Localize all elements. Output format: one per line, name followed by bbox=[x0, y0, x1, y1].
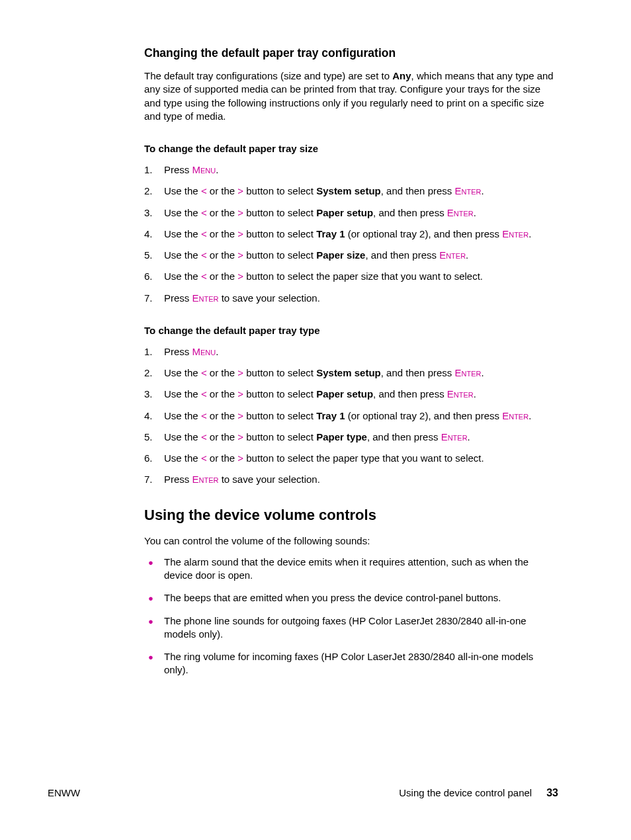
button-label: Enter bbox=[502, 410, 528, 421]
step-number: 1. bbox=[144, 345, 153, 358]
bold-term: Tray 1 bbox=[316, 410, 345, 421]
step: 3.Use the < or the > button to select Pa… bbox=[144, 388, 558, 401]
bold-term: Paper size bbox=[316, 249, 365, 261]
button-label: Enter bbox=[192, 474, 219, 485]
step-number: 5. bbox=[144, 249, 153, 262]
bold-term: System setup bbox=[316, 185, 381, 196]
bold-term: Paper setup bbox=[316, 388, 373, 399]
step-number: 6. bbox=[144, 270, 153, 283]
step: 7.Press Enter to save your selection. bbox=[144, 292, 558, 305]
step: 1.Press Menu. bbox=[144, 163, 558, 177]
less-than-icon: < bbox=[201, 388, 207, 399]
button-label: Enter bbox=[454, 367, 481, 378]
button-label: Enter bbox=[454, 185, 481, 196]
bold-term: Paper type bbox=[316, 431, 367, 442]
bold-term: Tray 1 bbox=[316, 228, 345, 239]
less-than-icon: < bbox=[201, 452, 207, 464]
bullet-item: The ring volume for incoming faxes (HP C… bbox=[144, 650, 558, 677]
step-number: 4. bbox=[144, 409, 153, 423]
step-number: 7. bbox=[144, 473, 153, 486]
footer-section: Using the device control panel bbox=[399, 787, 532, 798]
button-label: Enter bbox=[439, 249, 466, 261]
footer-page-number: 33 bbox=[546, 787, 558, 799]
less-than-icon: < bbox=[201, 431, 207, 442]
button-label: Enter bbox=[441, 431, 468, 442]
less-than-icon: < bbox=[201, 271, 207, 282]
footer-left: ENWW bbox=[48, 787, 80, 798]
step-number: 2. bbox=[144, 185, 153, 198]
greater-than-icon: > bbox=[237, 228, 243, 239]
step: 5.Use the < or the > button to select Pa… bbox=[144, 249, 558, 262]
bullet-item: The alarm sound that the device emits wh… bbox=[144, 556, 558, 583]
step: 2.Use the < or the > button to select Sy… bbox=[144, 185, 558, 198]
volume-bullets: The alarm sound that the device emits wh… bbox=[144, 556, 558, 677]
less-than-icon: < bbox=[201, 249, 207, 261]
less-than-icon: < bbox=[201, 367, 207, 378]
steps-size: 1.Press Menu.2.Use the < or the > button… bbox=[144, 163, 558, 305]
step-number: 6. bbox=[144, 452, 153, 465]
greater-than-icon: > bbox=[237, 410, 243, 421]
bold-term: System setup bbox=[316, 367, 381, 378]
volume-intro: You can control the volume of the follow… bbox=[144, 534, 558, 548]
greater-than-icon: > bbox=[237, 249, 243, 261]
step: 2.Use the < or the > button to select Sy… bbox=[144, 366, 558, 380]
button-label: Enter bbox=[192, 292, 219, 304]
text: The default tray configurations (size an… bbox=[144, 70, 392, 81]
proc-heading-size: To change the default paper tray size bbox=[144, 143, 558, 154]
step: 7.Press Enter to save your selection. bbox=[144, 473, 558, 486]
section-heading-volume: Using the device volume controls bbox=[144, 507, 558, 524]
greater-than-icon: > bbox=[237, 207, 243, 218]
text-bold: Any bbox=[392, 70, 411, 81]
greater-than-icon: > bbox=[237, 452, 243, 464]
step-number: 7. bbox=[144, 292, 153, 305]
button-label: Enter bbox=[447, 388, 474, 399]
bullet-item: The beeps that are emitted when you pres… bbox=[144, 591, 558, 605]
less-than-icon: < bbox=[201, 207, 207, 218]
less-than-icon: < bbox=[201, 228, 207, 239]
step: 1.Press Menu. bbox=[144, 345, 558, 358]
step-number: 2. bbox=[144, 366, 153, 380]
button-label: Enter bbox=[447, 207, 474, 218]
step-number: 5. bbox=[144, 431, 153, 444]
step-number: 4. bbox=[144, 228, 153, 241]
step: 5.Use the < or the > button to select Pa… bbox=[144, 431, 558, 444]
less-than-icon: < bbox=[201, 185, 207, 196]
step-number: 3. bbox=[144, 206, 153, 220]
steps-type: 1.Press Menu.2.Use the < or the > button… bbox=[144, 345, 558, 487]
step: 6.Use the < or the > button to select th… bbox=[144, 270, 558, 283]
button-label: Menu bbox=[192, 346, 216, 357]
page-footer: ENWW Using the device control panel 33 bbox=[48, 787, 558, 799]
section-heading-tray-config: Changing the default paper tray configur… bbox=[144, 46, 558, 60]
greater-than-icon: > bbox=[237, 388, 243, 399]
step: 4.Use the < or the > button to select Tr… bbox=[144, 409, 558, 423]
greater-than-icon: > bbox=[237, 185, 243, 196]
greater-than-icon: > bbox=[237, 271, 243, 282]
button-label: Enter bbox=[502, 228, 528, 239]
step: 3.Use the < or the > button to select Pa… bbox=[144, 206, 558, 220]
bullet-item: The phone line sounds for outgoing faxes… bbox=[144, 614, 558, 642]
step-number: 3. bbox=[144, 388, 153, 401]
greater-than-icon: > bbox=[237, 367, 243, 378]
step: 6.Use the < or the > button to select th… bbox=[144, 452, 558, 465]
page-body: Changing the default paper tray configur… bbox=[0, 0, 631, 677]
intro-paragraph: The default tray configurations (size an… bbox=[144, 69, 558, 123]
greater-than-icon: > bbox=[237, 431, 243, 442]
less-than-icon: < bbox=[201, 410, 207, 421]
button-label: Menu bbox=[192, 164, 216, 175]
step: 4.Use the < or the > button to select Tr… bbox=[144, 228, 558, 241]
bold-term: Paper setup bbox=[316, 207, 373, 218]
step-number: 1. bbox=[144, 163, 153, 177]
proc-heading-type: To change the default paper tray type bbox=[144, 325, 558, 336]
